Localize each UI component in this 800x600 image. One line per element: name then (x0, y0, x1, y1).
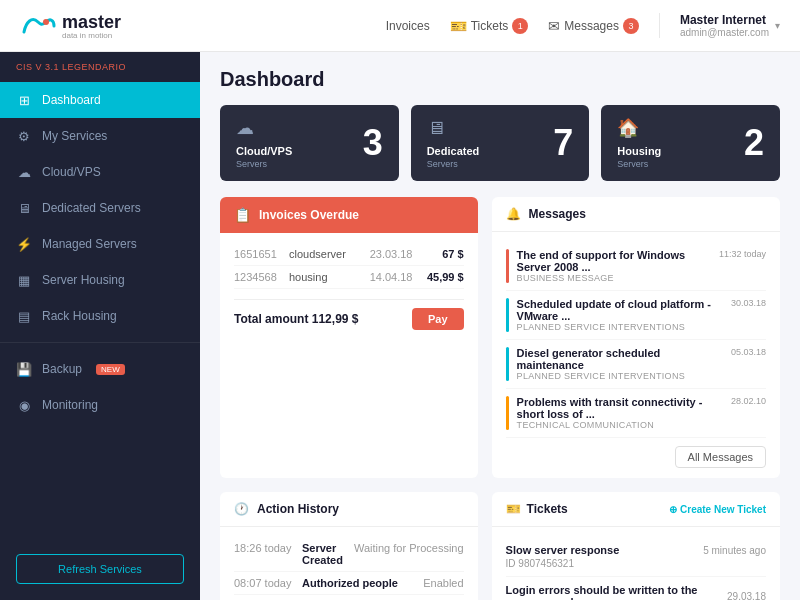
messages-panel-body: The end of support for Windows Server 20… (492, 232, 780, 478)
cloud-stat-icon: ☁ (236, 117, 292, 139)
stat-cards: ☁ Cloud/VPS Servers 3 🖥 Dedicated Server… (220, 105, 780, 181)
cloud-stat-sublabel: Servers (236, 159, 292, 169)
invoice-row-1: 1651651 cloudserver 23.03.18 67 $ (234, 243, 464, 266)
dedicated-stat-icon: 🖥 (427, 118, 480, 139)
invoice-date-2: 14.04.18 (364, 271, 419, 283)
stat-card-housing[interactable]: 🏠 Housing Servers 2 (601, 105, 780, 181)
message-title-2: Scheduled update of cloud platform - VMw… (517, 298, 723, 322)
messages-badge: 3 (623, 18, 639, 34)
logo-text: master (62, 12, 121, 32)
housing-stat-count: 2 (744, 122, 764, 164)
invoice-id-2: 1234568 (234, 271, 289, 283)
message-title-3: Diesel generator scheduled maintenance (517, 347, 723, 371)
ticket-item-2[interactable]: Login errors should be written to the se… (506, 577, 766, 600)
sidebar-label-dedicated: Dedicated Servers (42, 201, 141, 215)
action-history-header: 🕐 Action History (220, 492, 478, 527)
sidebar-label-rack-housing: Rack Housing (42, 309, 117, 323)
svg-point-0 (43, 19, 49, 25)
invoices-panel-header: 📋 Invoices Overdue (220, 197, 478, 233)
action-time-1: 18:26 today (234, 542, 294, 566)
message-item-3[interactable]: Diesel generator scheduled maintenance P… (506, 340, 766, 389)
refresh-services-button[interactable]: Refresh Services (16, 554, 184, 584)
message-item-1[interactable]: The end of support for Windows Server 20… (506, 242, 766, 291)
invoice-date-1: 23.03.18 (364, 248, 419, 260)
invoice-total-row: Total amount 112,99 $ Pay (234, 299, 464, 330)
message-bar-1 (506, 249, 509, 283)
action-desc-2: Authorized people (302, 577, 415, 589)
dedicated-stat-sublabel: Servers (427, 159, 480, 169)
messages-panel: 🔔 Messages The end of support for Window… (492, 197, 780, 478)
tickets-label: Tickets (471, 19, 509, 33)
sidebar-item-managed-servers[interactable]: ⚡ Managed Servers (0, 226, 200, 262)
ticket-title-2: Login errors should be written to the se… (506, 584, 727, 600)
message-time-4: 28.02.10 (731, 396, 766, 430)
ticket-item-1[interactable]: Slow server response 5 minutes ago ID 98… (506, 537, 766, 577)
all-messages-button[interactable]: All Messages (675, 446, 766, 468)
invoice-header-icon: 📋 (234, 207, 251, 223)
action-history-title: Action History (257, 502, 339, 516)
message-item-4[interactable]: Problems with transit connectivity - sho… (506, 389, 766, 438)
stat-card-cloud-vps[interactable]: ☁ Cloud/VPS Servers 3 (220, 105, 399, 181)
sidebar-label-server-housing: Server Housing (42, 273, 125, 287)
message-time-3: 05.03.18 (731, 347, 766, 381)
dedicated-icon: 🖥 (16, 200, 32, 216)
monitoring-icon: ◉ (16, 397, 32, 413)
sidebar-item-dashboard[interactable]: ⊞ Dashboard (0, 82, 200, 118)
sidebar-item-backup[interactable]: 💾 Backup NEW (0, 351, 200, 387)
bell-icon: 🔔 (506, 207, 521, 221)
header-nav: Invoices 🎫 Tickets 1 ✉ Messages 3 (386, 18, 639, 34)
pay-button[interactable]: Pay (412, 308, 464, 330)
action-row-1: 18:26 today Server Created Waiting for P… (234, 537, 464, 572)
sidebar-label-backup: Backup (42, 362, 82, 376)
message-type-1: BUSINESS MESSAGE (517, 273, 711, 283)
sidebar-item-cloud-vps[interactable]: ☁ Cloud/VPS (0, 154, 200, 190)
user-name: Master Internet (680, 13, 769, 27)
invoice-id-1: 1651651 (234, 248, 289, 260)
create-ticket-link[interactable]: ⊕ Create New Ticket (669, 504, 766, 515)
cloud-stat-label: Cloud/VPS (236, 145, 292, 157)
action-history-panel: 🕐 Action History 18:26 today Server Crea… (220, 492, 478, 600)
sidebar-label-monitoring: Monitoring (42, 398, 98, 412)
sidebar-item-server-housing[interactable]: ▦ Server Housing (0, 262, 200, 298)
action-row-2: 08:07 today Authorized people Enabled (234, 572, 464, 595)
message-item-2[interactable]: Scheduled update of cloud platform - VMw… (506, 291, 766, 340)
clock-icon: 🕐 (234, 502, 249, 516)
message-title-4: Problems with transit connectivity - sho… (517, 396, 723, 420)
nav-messages[interactable]: ✉ Messages 3 (548, 18, 639, 34)
tickets-panel-header: 🎫 Tickets ⊕ Create New Ticket (492, 492, 780, 527)
tickets-badge: 1 (512, 18, 528, 34)
housing-stat-sublabel: Servers (617, 159, 661, 169)
panels-row-2: 🕐 Action History 18:26 today Server Crea… (220, 492, 780, 600)
managed-icon: ⚡ (16, 236, 32, 252)
message-type-3: PLANNED SERVICE INTERVENTIONS (517, 371, 723, 381)
housing-stat-label: Housing (617, 145, 661, 157)
plus-icon: ⊕ (669, 504, 677, 515)
cloud-icon: ☁ (16, 164, 32, 180)
nav-invoices[interactable]: Invoices (386, 19, 430, 33)
sidebar-item-my-services[interactable]: ⚙ My Services (0, 118, 200, 154)
sidebar-item-monitoring[interactable]: ◉ Monitoring (0, 387, 200, 423)
cloud-stat-count: 3 (363, 122, 383, 164)
action-time-2: 08:07 today (234, 577, 294, 589)
invoice-service-2: housing (289, 271, 364, 283)
header-user[interactable]: Master Internet admin@master.com ▾ (659, 13, 780, 38)
message-bar-3 (506, 347, 509, 381)
logo-tagline: data in motion (62, 31, 121, 40)
tickets-panel-body: Slow server response 5 minutes ago ID 98… (492, 527, 780, 600)
user-email: admin@master.com (680, 27, 769, 38)
create-ticket-label: Create New Ticket (680, 504, 766, 515)
sidebar-item-dedicated-servers[interactable]: 🖥 Dedicated Servers (0, 190, 200, 226)
nav-tickets[interactable]: 🎫 Tickets 1 (450, 18, 529, 34)
invoices-panel-body: 1651651 cloudserver 23.03.18 67 $ 123456… (220, 233, 478, 340)
messages-label: Messages (564, 19, 619, 33)
page-title: Dashboard (220, 68, 780, 91)
rack-housing-icon: ▤ (16, 308, 32, 324)
sidebar-label-managed: Managed Servers (42, 237, 137, 251)
top-header: master data in motion Invoices 🎫 Tickets… (0, 0, 800, 52)
services-icon: ⚙ (16, 128, 32, 144)
sidebar-item-rack-housing[interactable]: ▤ Rack Housing (0, 298, 200, 334)
invoice-amount-1: 67 $ (419, 248, 464, 260)
invoices-panel-title: Invoices Overdue (259, 208, 359, 222)
message-time-1: 11:32 today (719, 249, 766, 283)
stat-card-dedicated[interactable]: 🖥 Dedicated Servers 7 (411, 105, 590, 181)
